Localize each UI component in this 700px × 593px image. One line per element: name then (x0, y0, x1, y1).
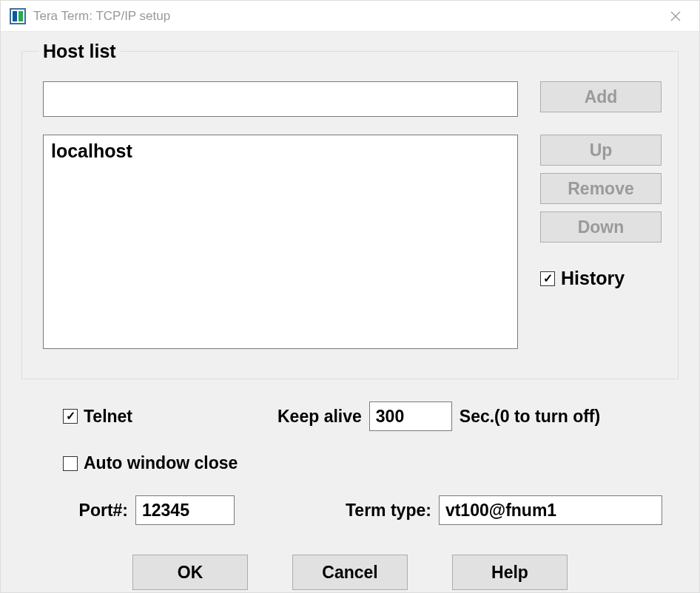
termtype-input[interactable] (439, 495, 662, 525)
autoclose-checkbox[interactable] (63, 456, 78, 471)
host-input[interactable] (43, 81, 518, 117)
telnet-checkbox[interactable]: ✓ (63, 409, 78, 424)
add-button[interactable]: Add (540, 81, 662, 112)
down-button[interactable]: Down (540, 211, 662, 243)
remove-button[interactable]: Remove (540, 173, 662, 204)
termtype-label: Term type: (346, 501, 431, 521)
cancel-button[interactable]: Cancel (292, 555, 408, 590)
up-button[interactable]: Up (540, 135, 662, 166)
keepalive-suffix: Sec.(0 to turn off) (460, 407, 600, 427)
keepalive-label: Keep alive (277, 407, 362, 427)
telnet-label: Telnet (84, 407, 132, 427)
titlebar: Tera Term: TCP/IP setup (1, 1, 699, 32)
list-item[interactable]: localhost (44, 138, 517, 163)
dialog-footer-buttons: OK Cancel Help (21, 555, 679, 590)
port-input[interactable] (135, 495, 235, 525)
host-listbox[interactable]: localhost (43, 135, 518, 349)
port-label: Port#: (57, 501, 128, 521)
ok-button[interactable]: OK (132, 555, 248, 590)
history-checkbox[interactable]: ✓ (540, 271, 555, 286)
autoclose-label: Auto window close (84, 453, 238, 473)
host-list-legend: Host list (38, 41, 121, 62)
keepalive-input[interactable] (369, 401, 452, 431)
dialog-content: Host list Add localhost Up Remove Down ✓… (1, 32, 699, 593)
app-icon (10, 8, 26, 24)
window-title: Tera Term: TCP/IP setup (33, 9, 655, 24)
svg-rect-1 (13, 11, 17, 21)
host-list-group: Host list Add localhost Up Remove Down ✓… (21, 41, 679, 379)
history-label: History (561, 268, 625, 289)
close-button[interactable] (655, 1, 696, 31)
host-list-side-buttons: Up Remove Down ✓ History (540, 135, 662, 289)
svg-rect-2 (18, 11, 23, 21)
close-icon (670, 10, 682, 22)
help-button[interactable]: Help (452, 555, 568, 590)
